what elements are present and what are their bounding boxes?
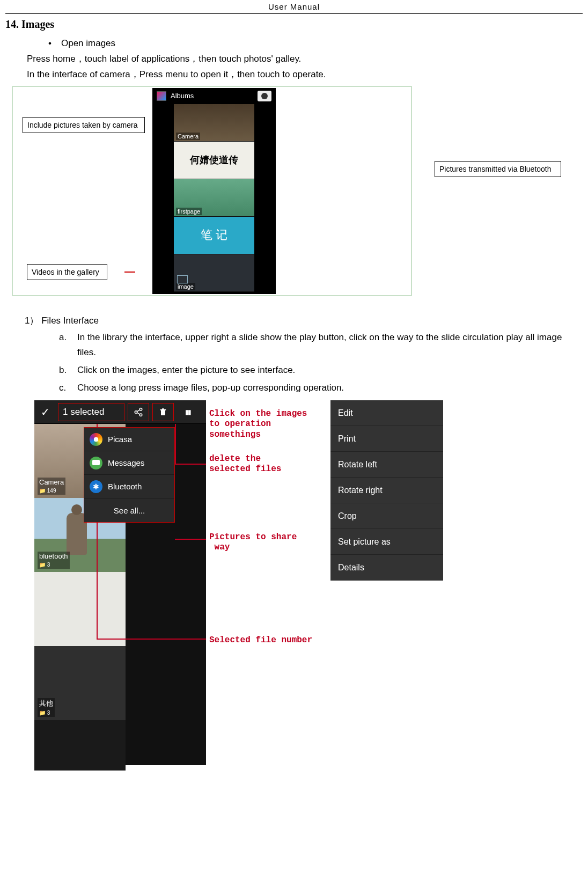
album-image[interactable]: image — [174, 254, 254, 292]
menu-details[interactable]: Details — [330, 555, 443, 581]
album-notes[interactable]: 笔 记 — [174, 217, 254, 254]
tile-other-count: 3 — [47, 710, 50, 716]
share-seeall-label: See all... — [114, 506, 145, 515]
album-firstpage-label: firstpage — [176, 208, 202, 215]
para-open-1: Press home，touch label of applications，t… — [27, 52, 583, 67]
item-c: Choose a long press image files, pop-up … — [77, 380, 344, 396]
figure-selection: ✓ 1 selected ▮▮ Camera📁 149 bluetooth📁 3… — [34, 400, 560, 765]
menu-crop[interactable]: Crop — [330, 503, 443, 529]
share-popup: Picasa Messages ✱Bluetooth See all... — [84, 427, 175, 523]
menu-rotate-right[interactable]: Rotate right — [330, 478, 443, 503]
album-chinese[interactable]: 何婧使道传 — [174, 142, 254, 179]
callout-videos: Videos in the gallery — [27, 264, 107, 280]
mark-a: a. — [59, 330, 68, 361]
tile-other-label: 其他 — [39, 699, 53, 707]
annot-operation: Click on the images to operation somethi… — [209, 409, 307, 440]
album-notes-label: 笔 记 — [201, 227, 227, 243]
leader-selnum-h — [97, 639, 206, 640]
list-num-1: 1） — [25, 316, 39, 326]
callout-bluetooth-pictures: Pictures transmitted via Bluetooth — [435, 161, 561, 177]
tile-camera-count: 149 — [47, 488, 56, 494]
phone-albums-screen: Albums Camera 何婧使道传 firstpage 笔 记 image — [152, 88, 276, 294]
tile-bt-label: bluetooth — [39, 552, 68, 560]
share-bluetooth-label: Bluetooth — [108, 482, 142, 491]
page-header: User Manual — [5, 0, 583, 14]
phone-title: Albums — [171, 92, 194, 100]
bluetooth-icon: ✱ — [90, 480, 102, 493]
share-messages[interactable]: Messages — [84, 451, 174, 475]
annot-selected-number: Selected file number — [209, 635, 312, 645]
album-firstpage[interactable]: firstpage — [174, 179, 254, 217]
selected-count[interactable]: 1 selected — [58, 403, 124, 421]
share-see-all[interactable]: See all... — [84, 498, 174, 522]
para-open-2: In the interface of camera，Press menu to… — [27, 67, 583, 83]
trash-icon[interactable] — [152, 403, 174, 421]
phone-selection-screen: ✓ 1 selected ▮▮ Camera📁 149 bluetooth📁 3… — [34, 400, 206, 765]
mark-c: c. — [59, 380, 68, 396]
leader-delete-v — [175, 424, 176, 464]
camera-icon[interactable] — [258, 91, 271, 101]
svg-point-0 — [139, 408, 142, 410]
menu-set-picture-as[interactable]: Set picture as — [330, 529, 443, 555]
context-menu: Edit Print Rotate left Rotate right Crop… — [330, 400, 443, 581]
share-icon[interactable] — [128, 403, 149, 421]
share-bluetooth[interactable]: ✱Bluetooth — [84, 475, 174, 498]
svg-point-1 — [135, 410, 137, 413]
tile-document[interactable] — [34, 572, 126, 646]
svg-point-2 — [139, 414, 142, 416]
share-picasa[interactable]: Picasa — [84, 428, 174, 451]
tile-bt-count: 3 — [47, 562, 50, 568]
figure-albums: Include pictures taken by camera Picture… — [12, 86, 412, 296]
svg-line-4 — [137, 413, 139, 414]
tile-camera-label: Camera — [39, 478, 64, 486]
gallery-app-icon — [157, 91, 166, 101]
album-camera[interactable]: Camera — [174, 104, 254, 142]
menu-rotate-left[interactable]: Rotate left — [330, 452, 443, 478]
album-chinese-label: 何婧使道传 — [190, 153, 238, 166]
share-messages-label: Messages — [108, 458, 144, 467]
album-camera-label: Camera — [176, 133, 200, 140]
annot-share-way: Pictures to share way — [209, 532, 297, 553]
menu-print[interactable]: Print — [330, 426, 443, 452]
menu-edit[interactable]: Edit — [330, 400, 443, 426]
list-title-files-interface: Files Interface — [41, 316, 99, 326]
leader-share — [175, 539, 206, 540]
item-a: In the library the interface, upper righ… — [77, 330, 583, 361]
svg-line-3 — [137, 410, 139, 412]
album-image-label: image — [176, 283, 195, 290]
messages-icon — [90, 457, 102, 469]
picasa-icon — [90, 433, 102, 446]
tile-other[interactable]: 其他📁 3 — [34, 646, 126, 720]
leader-line — [124, 272, 135, 273]
bullet-open-images: Open images — [27, 36, 583, 52]
callout-camera-pictures: Include pictures taken by camera — [23, 117, 145, 133]
overflow-menu-icon[interactable]: ▮▮ — [177, 403, 199, 421]
tile-letv[interactable]: letv📁 4 — [34, 720, 126, 771]
item-b: Click on the images, enter the picture t… — [77, 363, 295, 378]
annot-delete: delete the selected files — [209, 454, 281, 474]
mark-b: b. — [59, 363, 68, 378]
section-title: 14. Images — [5, 14, 583, 36]
done-check-icon[interactable]: ✓ — [34, 406, 56, 419]
share-picasa-label: Picasa — [108, 435, 132, 444]
leader-delete — [175, 464, 206, 465]
